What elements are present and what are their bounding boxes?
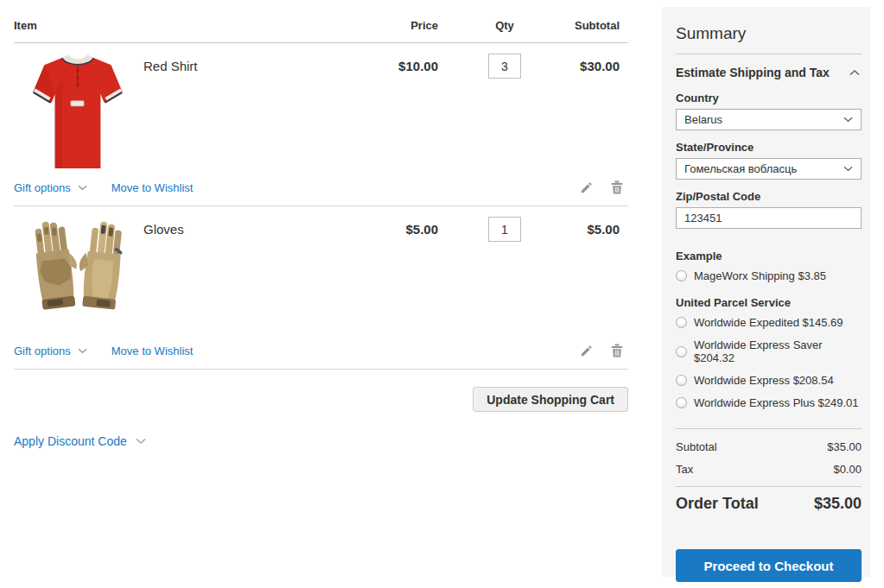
qty-input[interactable] [488, 54, 521, 79]
column-header-item: Item [14, 19, 317, 32]
column-header-price: Price [317, 19, 438, 32]
item-price: $10.00 [317, 52, 438, 174]
radio-icon[interactable] [676, 375, 687, 386]
state-label: State/Province [676, 141, 862, 154]
delete-item-icon[interactable] [609, 180, 625, 195]
subtotal-value: $35.00 [827, 440, 862, 453]
zip-input[interactable] [676, 207, 862, 229]
gift-options-toggle[interactable]: Gift options [14, 345, 87, 357]
apply-discount-code-toggle[interactable]: Apply Discount Code [14, 434, 628, 448]
item-price: $5.00 [317, 215, 438, 338]
shipping-option-ww-express-saver[interactable]: Worldwide Express Saver $204.32 [676, 334, 862, 370]
product-image-red-shirt[interactable] [14, 52, 142, 174]
delete-item-icon[interactable] [609, 343, 625, 358]
tan-gloves-illustration [20, 215, 136, 322]
shipping-option-label: Worldwide Express Plus $249.01 [694, 396, 859, 409]
shipping-methods: Example MageWorx Shipping $3.85 United P… [676, 250, 862, 414]
move-to-wishlist-link[interactable]: Move to Wishlist [111, 345, 194, 357]
zip-label: Zip/Postal Code [676, 190, 862, 203]
country-select-value: Belarus [684, 113, 843, 126]
cart-totals: Subtotal $35.00 Tax $0.00 Order Total $3… [676, 428, 862, 522]
country-label: Country [676, 92, 862, 104]
apply-discount-code-label: Apply Discount Code [14, 434, 127, 448]
shipping-option-label: Worldwide Expedited $145.69 [694, 316, 843, 329]
tax-label: Tax [676, 463, 693, 476]
shipping-option-mageworx[interactable]: MageWorx Shipping $3.85 [676, 265, 862, 288]
estimate-shipping-toggle[interactable]: Estimate Shipping and Tax [676, 54, 862, 81]
order-summary-panel: Summary Estimate Shipping and Tax Countr… [662, 7, 870, 577]
tax-value: $0.00 [833, 463, 862, 476]
radio-icon[interactable] [676, 317, 687, 328]
order-total-label: Order Total [676, 495, 759, 513]
country-select[interactable]: Belarus [676, 109, 862, 130]
radio-icon[interactable] [676, 270, 687, 281]
item-subtotal: $5.00 [571, 215, 628, 338]
shipping-group-title-ups: United Parcel Service [676, 296, 862, 309]
cart-item-red-shirt: Red Shirt $10.00 $30.00 Gift options Mov… [14, 43, 628, 206]
cart-item-gloves: Gloves $5.00 $5.00 Gift options Move to … [14, 206, 628, 370]
shipping-option-ww-express-plus[interactable]: Worldwide Express Plus $249.01 [676, 392, 862, 414]
gift-options-label: Gift options [14, 345, 71, 357]
item-subtotal: $30.00 [571, 52, 628, 174]
gift-options-label: Gift options [14, 181, 71, 194]
cart-table-header: Item Price Qty Subtotal [14, 0, 628, 43]
chevron-down-icon [843, 117, 853, 123]
state-select[interactable]: Гомельская вобласць [676, 158, 862, 180]
shopping-cart-table: Item Price Qty Subtotal [14, 0, 628, 448]
red-polo-shirt-illustration [27, 52, 129, 174]
product-name[interactable]: Gloves [142, 215, 184, 338]
gift-options-toggle[interactable]: Gift options [14, 181, 87, 194]
shipping-option-label: Worldwide Express Saver $204.32 [694, 338, 862, 364]
subtotal-label: Subtotal [676, 440, 717, 453]
radio-icon[interactable] [676, 397, 687, 408]
chevron-down-icon [136, 438, 146, 445]
shipping-option-label: Worldwide Express $208.54 [694, 374, 834, 387]
chevron-down-icon [78, 348, 87, 354]
chevron-down-icon [78, 185, 87, 191]
state-select-value: Гомельская вобласць [684, 162, 843, 175]
summary-title: Summary [676, 17, 862, 54]
move-to-wishlist-link[interactable]: Move to Wishlist [111, 181, 194, 194]
column-header-subtotal: Subtotal [490, 19, 628, 32]
product-image-gloves[interactable] [14, 215, 142, 338]
shipping-option-ww-express[interactable]: Worldwide Express $208.54 [676, 370, 862, 392]
radio-icon[interactable] [676, 346, 687, 357]
shipping-group-title-example: Example [676, 250, 862, 262]
chevron-down-icon [843, 166, 853, 172]
product-name[interactable]: Red Shirt [142, 52, 198, 174]
proceed-to-checkout-button[interactable]: Proceed to Checkout [676, 549, 862, 582]
estimate-shipping-label: Estimate Shipping and Tax [676, 66, 830, 79]
update-shopping-cart-button[interactable]: Update Shopping Cart [473, 387, 628, 412]
qty-input[interactable] [488, 217, 521, 242]
edit-item-icon[interactable] [578, 180, 594, 195]
edit-item-icon[interactable] [578, 343, 594, 358]
chevron-up-icon [849, 69, 860, 76]
shipping-option-ww-expedited[interactable]: Worldwide Expedited $145.69 [676, 312, 862, 334]
order-total-value: $35.00 [814, 495, 862, 513]
shipping-option-label: MageWorx Shipping $3.85 [694, 269, 826, 282]
